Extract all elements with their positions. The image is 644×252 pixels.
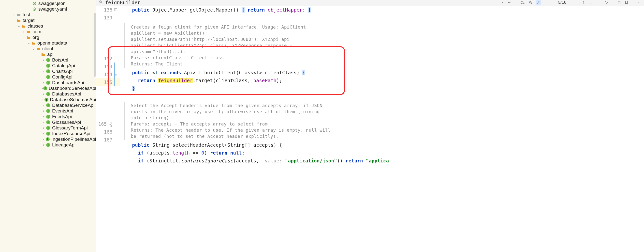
- tree-item-swagger-json[interactable]: ›swagger.json: [0, 1, 96, 6]
- chevron-right-icon[interactable]: ›: [42, 143, 45, 147]
- chevron-down-icon[interactable]: ⌄: [17, 24, 21, 28]
- chevron-right-icon[interactable]: ›: [42, 58, 45, 62]
- tree-item-label: DashboardServicesApi: [49, 86, 96, 91]
- javadoc-block: Select the Accept header's value from th…: [124, 102, 331, 140]
- code-line: return feignBuilder.target(clientClass, …: [126, 77, 644, 84]
- tree-item-label: FeedsApi: [52, 114, 72, 119]
- tree-item-org[interactable]: ⌄org: [0, 35, 96, 40]
- chevron-down-icon[interactable]: ⌄: [12, 19, 16, 22]
- tree-item-target[interactable]: ⌄target: [0, 18, 96, 23]
- tree-item-label: CatalogApi: [52, 63, 75, 68]
- tree-item-DashboardsApi[interactable]: ›DashboardsApi: [0, 80, 96, 85]
- chevron-right-icon[interactable]: ›: [42, 109, 45, 113]
- tree-item-client[interactable]: ⌄client: [0, 46, 96, 52]
- tree-item-label: client: [42, 46, 53, 52]
- tree-item-DatabaseServiceApi[interactable]: ›DatabaseServiceApi: [0, 102, 96, 108]
- tree-item-swagger-yaml[interactable]: ›swagger.yaml: [0, 6, 96, 12]
- line-number-gutter[interactable]: 136+ 139 152 153 154– 155 165 @ 166 167: [96, 6, 120, 252]
- tree-item-api[interactable]: ⌄api: [0, 52, 96, 57]
- tree-item-label: com: [32, 29, 41, 35]
- find-toolbar: feignBuilder × ↵ Cc W .* 5/16 ↑ ↓ ▽ ⊓ ⊔ …: [96, 0, 644, 6]
- tree-item-label: GlossariesApi: [52, 120, 81, 125]
- line-number: 136: [104, 7, 112, 13]
- tree-item-IngestionPipelinesApi[interactable]: ›IngestionPipelinesApi: [0, 136, 96, 142]
- chevron-right-icon[interactable]: ›: [42, 138, 45, 141]
- chevron-right-icon[interactable]: ›: [42, 81, 45, 84]
- interface-icon: [46, 137, 50, 141]
- find-query[interactable]: feignBuilder: [105, 0, 140, 5]
- tree-item-GlossaryTermApi[interactable]: ›GlossaryTermApi: [0, 125, 96, 131]
- submit-search-icon[interactable]: ↵: [507, 1, 512, 5]
- tree-item-label: DashboardsApi: [52, 80, 84, 85]
- chevron-right-icon[interactable]: ›: [42, 70, 45, 73]
- tree-item-label: DatabaseSchemasApi: [50, 97, 96, 102]
- chevron-down-icon[interactable]: ⌄: [27, 41, 30, 45]
- next-match-icon[interactable]: ↓: [588, 0, 593, 5]
- fold-icon[interactable]: +: [114, 8, 117, 11]
- tree-item-label: IndexResourceApi: [52, 131, 90, 136]
- tree-item-CatalogApi[interactable]: ›CatalogApi: [0, 63, 96, 68]
- tree-item-BotsApi[interactable]: ›BotsApi: [0, 57, 96, 63]
- tree-item-DashboardServicesApi[interactable]: ›DashboardServicesApi: [0, 85, 96, 91]
- whole-word-toggle[interactable]: W: [528, 1, 533, 5]
- interface-icon: [46, 143, 50, 147]
- tree-item-DatabaseSchemasApi[interactable]: ›DatabaseSchemasApi: [0, 97, 96, 102]
- chevron-right-icon[interactable]: ›: [22, 30, 26, 34]
- code-area[interactable]: public ObjectMapper getObjectMapper() { …: [120, 6, 644, 252]
- chevron-right-icon[interactable]: ›: [42, 92, 45, 96]
- interface-icon: [43, 86, 47, 90]
- chevron-right-icon[interactable]: ›: [42, 87, 43, 90]
- chevron-right-icon[interactable]: ›: [42, 104, 45, 107]
- tree-item-test[interactable]: ›test: [0, 12, 96, 18]
- chevron-right-icon[interactable]: ›: [12, 13, 16, 17]
- code-line: public <T extends Api> T buildClient(Cla…: [126, 69, 644, 77]
- tree-item-IndexResourceApi[interactable]: ›IndexResourceApi: [0, 131, 96, 136]
- search-hit: feignBuilder: [158, 78, 193, 83]
- tree-item-FeedsApi[interactable]: ›FeedsApi: [0, 114, 96, 119]
- tree-item-label: classes: [28, 23, 43, 29]
- tree-item-DatabasesApi[interactable]: ›DatabasesApi: [0, 91, 96, 97]
- toolbar-icon-2[interactable]: ⊔: [624, 0, 629, 5]
- code-line: [126, 92, 644, 100]
- more-options-icon[interactable]: ≔: [637, 0, 642, 5]
- chevron-right-icon[interactable]: ›: [42, 126, 45, 130]
- tree-item-ConfigApi[interactable]: ›ConfigApi: [0, 74, 96, 80]
- clear-search-icon[interactable]: ×: [501, 1, 505, 5]
- chevron-down-icon[interactable]: ⌄: [37, 53, 40, 56]
- tree-item-label: ConfigApi: [52, 74, 72, 80]
- override-gutter-icon[interactable]: @: [110, 121, 112, 127]
- tree-item-GlossariesApi[interactable]: ›GlossariesApi: [0, 119, 96, 125]
- tree-item-LineageApi[interactable]: ›LineageApi: [0, 142, 96, 148]
- interface-icon: [46, 81, 50, 85]
- tree-item-EventsApi[interactable]: ›EventsApi: [0, 108, 96, 114]
- interface-icon: [44, 98, 48, 102]
- tree-item-label: openmetadata: [37, 40, 67, 46]
- sidebar-scrollbar[interactable]: [94, 13, 96, 77]
- prev-match-icon[interactable]: ↑: [581, 0, 586, 5]
- interface-icon: [46, 64, 50, 68]
- tree-item-classes[interactable]: ⌄classes: [0, 23, 96, 29]
- chevron-down-icon[interactable]: ⌄: [32, 47, 36, 51]
- code-line: if (accepts.length == 0) return null;: [126, 149, 644, 157]
- tree-item-com[interactable]: ›com: [0, 29, 96, 35]
- chevron-right-icon[interactable]: ›: [42, 132, 45, 135]
- match-case-toggle[interactable]: Cc: [520, 1, 526, 5]
- search-icon: [98, 0, 103, 5]
- chevron-right-icon[interactable]: ›: [42, 121, 45, 124]
- chevron-down-icon[interactable]: ⌄: [22, 36, 26, 39]
- tree-item-label: swagger.json: [38, 1, 66, 6]
- folder-icon: [21, 24, 26, 28]
- regex-toggle[interactable]: .*: [536, 0, 541, 5]
- line-number: 166: [104, 129, 112, 135]
- tree-item-label: DatabaseServiceApi: [52, 103, 94, 108]
- tree-item-label: target: [22, 18, 35, 23]
- tree-item-label: test: [22, 12, 30, 18]
- chevron-right-icon[interactable]: ›: [42, 98, 44, 101]
- chevron-right-icon[interactable]: ›: [42, 115, 45, 118]
- tree-item-openmetadata[interactable]: ⌄openmetadata: [0, 40, 96, 46]
- filter-icon[interactable]: ▽: [604, 0, 609, 5]
- tree-item-ChartsApi[interactable]: ›ChartsApi: [0, 68, 96, 74]
- project-tree-sidebar[interactable]: ›swagger.json›swagger.yaml›test⌄target⌄c…: [0, 0, 96, 252]
- toolbar-icon-1[interactable]: ⊓: [616, 0, 622, 5]
- folder-icon: [36, 47, 41, 51]
